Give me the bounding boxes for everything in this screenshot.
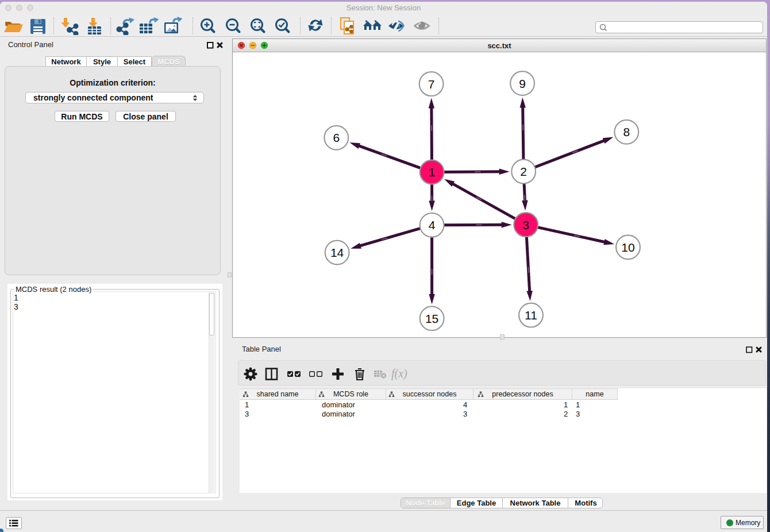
svg-text:3: 3 (522, 218, 529, 232)
svg-text:4: 4 (429, 218, 436, 232)
svg-text:14: 14 (330, 246, 344, 259)
svg-text:6: 6 (333, 131, 340, 144)
svg-text:10: 10 (621, 241, 634, 254)
svg-text:2: 2 (520, 165, 527, 178)
svg-text:7: 7 (428, 78, 435, 91)
svg-text:11: 11 (525, 309, 537, 322)
svg-text:f(x): f(x) (391, 367, 407, 380)
svg-text:15: 15 (425, 312, 438, 325)
svg-text:9: 9 (519, 77, 526, 90)
svg-text:1: 1 (429, 165, 436, 179)
svg-text:8: 8 (623, 125, 630, 138)
